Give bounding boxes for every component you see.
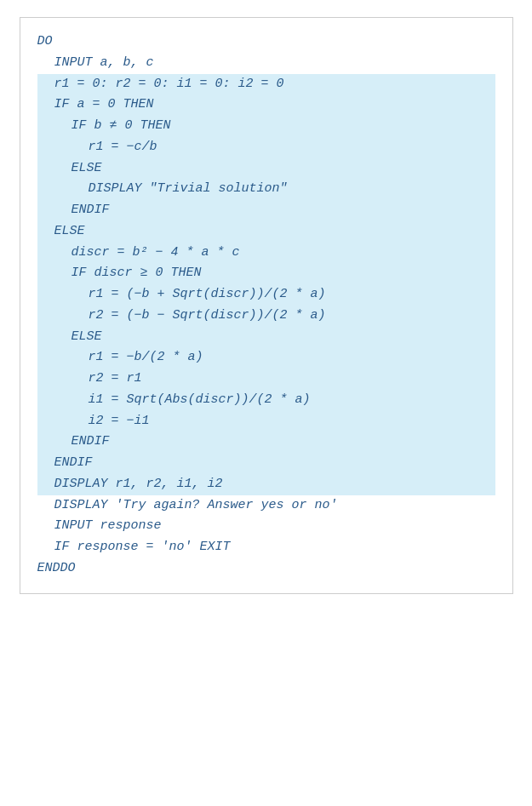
code-line: IF discr ≥ 0 THEN [37, 263, 495, 284]
code-line: INPUT a, b, c [37, 53, 495, 74]
code-line: ENDIF [37, 432, 495, 453]
code-line: i1 = Sqrt(Abs(discr))/(2 * a) [37, 390, 495, 411]
code-container: DOINPUT a, b, cr1 = 0: r2 = 0: i1 = 0: i… [20, 17, 513, 594]
code-line: IF a = 0 THEN [37, 94, 495, 116]
code-line: discr = b² − 4 * a * c [37, 243, 495, 264]
code-line: DISPLAY 'Try again? Answer yes or no' [37, 495, 495, 517]
code-line: DO [37, 31, 495, 53]
code-line: i2 = −i1 [37, 411, 495, 432]
code-line: IF response = 'no' EXIT [37, 537, 495, 558]
code-line: r1 = 0: r2 = 0: i1 = 0: i2 = 0 [37, 74, 495, 95]
code-line: ENDDO [37, 558, 495, 580]
code-line: r1 = (−b + Sqrt(discr))/(2 * a) [37, 284, 495, 306]
code-line: ENDIF [37, 453, 495, 474]
code-line: ENDIF [37, 200, 495, 221]
code-line: r1 = −c/b [37, 137, 495, 158]
code-line: r2 = (−b − Sqrt(discr))/(2 * a) [37, 306, 495, 327]
code-line: r1 = −b/(2 * a) [37, 347, 495, 369]
code-line: r2 = r1 [37, 369, 495, 390]
code-line: ELSE [37, 158, 495, 180]
code-line: DISPLAY r1, r2, i1, i2 [37, 474, 495, 495]
code-line: IF b ≠ 0 THEN [37, 116, 495, 137]
code-block: DOINPUT a, b, cr1 = 0: r2 = 0: i1 = 0: i… [37, 31, 495, 580]
code-line: DISPLAY "Trivial solution" [37, 179, 495, 200]
code-line: ELSE [37, 221, 495, 243]
code-line: ELSE [37, 327, 495, 348]
code-line: INPUT response [37, 516, 495, 537]
